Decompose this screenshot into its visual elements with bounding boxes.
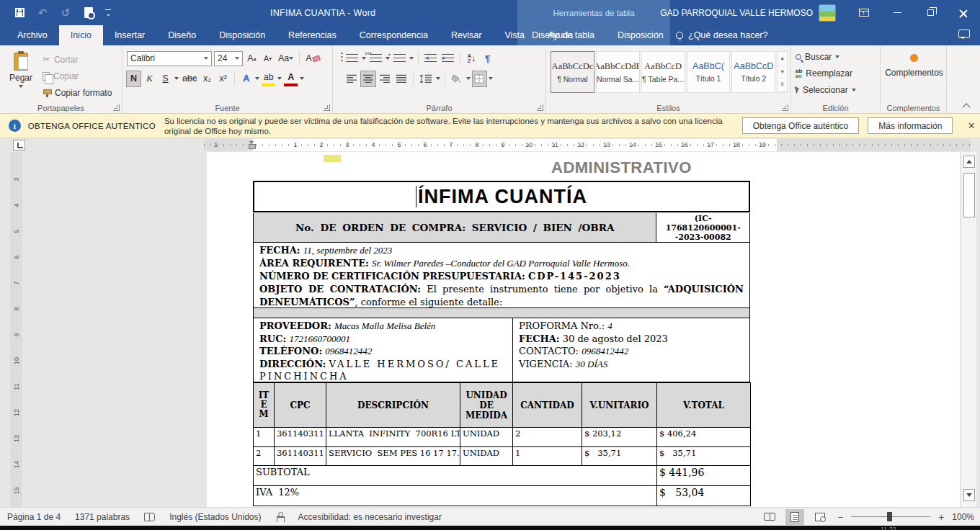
undo-icon[interactable] [36,6,49,19]
tab-inicio[interactable]: Inicio [59,25,103,45]
borders-dropdown-icon[interactable] [489,77,493,80]
bullet-list-button[interactable] [344,51,360,66]
styles-gallery-more-icon[interactable]: ⊽ [778,78,787,92]
style-table-pa[interactable]: AaBbCcD ¶ Table Pa... [641,51,685,93]
get-genuine-office-button[interactable]: Obtenga Office auténtico [742,117,860,134]
zoom-out-icon[interactable]: − [836,511,845,523]
order-info-block[interactable]: FECHA: 11, septiembre del 2023 ÁREA REQU… [253,243,750,308]
font-color-dropdown-icon[interactable] [300,77,304,80]
subscript-button[interactable]: x₂ [200,71,214,86]
copy-button[interactable]: Copiar [40,68,114,84]
tab-selector-box[interactable] [13,140,25,151]
numbered-list-button[interactable] [368,51,383,66]
replace-button[interactable]: abac Reemplazar [796,66,877,81]
addins-icon[interactable] [910,54,918,62]
grow-font-button[interactable]: A [245,51,259,66]
text-effects-dropdown-icon[interactable] [255,77,259,80]
addins-button[interactable]: Complementos [885,68,943,78]
restore-button[interactable] [914,0,947,25]
minimize-button[interactable] [881,0,914,25]
tab-correspondencia[interactable]: Correspondencia [348,25,440,45]
paste-button[interactable]: Pegar [4,50,37,102]
select-button[interactable]: Seleccionar [796,82,877,97]
collapse-ribbon-icon[interactable] [963,102,970,109]
strikethrough-button[interactable]: abc [181,71,198,86]
format-painter-button[interactable]: Copiar formato [40,85,114,100]
web-layout-button[interactable] [811,509,829,525]
shrink-font-button[interactable]: A [261,51,275,66]
accessibility-status[interactable]: Accesibilidad: es necesario investigar [298,512,442,522]
customize-quick-access-icon[interactable]: ⌄ [105,9,111,17]
save-icon[interactable] [13,6,26,19]
font-name-combo[interactable]: Calibri [127,51,212,66]
proofing-icon[interactable] [144,513,155,521]
highlight-dropdown-icon[interactable] [277,77,282,80]
scroll-up-icon[interactable] [963,156,975,168]
zoom-in-icon[interactable]: + [937,511,945,523]
ribbon-display-options-button[interactable] [847,0,881,25]
horizontal-ruler[interactable]: 1 12345678910111213141516171819 [204,139,971,151]
align-center-button[interactable] [361,71,375,86]
shading-button[interactable] [450,71,464,86]
print-layout-button[interactable] [785,509,804,525]
bold-button[interactable]: N [127,71,141,86]
shading-dropdown-icon[interactable] [466,77,471,80]
line-spacing-dropdown-icon[interactable] [436,77,440,80]
zoom-slider-handle[interactable] [887,512,892,521]
redo-icon[interactable] [59,6,72,19]
justify-button[interactable] [394,71,409,86]
read-mode-button[interactable] [760,509,779,525]
tab-referencias[interactable]: Referencias [277,25,348,45]
account-avatar[interactable] [819,4,836,22]
align-left-button[interactable] [344,71,359,86]
paste-dropdown-icon[interactable] [19,85,23,88]
sort-button[interactable]: AZ↓ [465,51,478,66]
cut-button[interactable]: Cortar [40,52,114,67]
tab-revisar[interactable]: Revisar [440,25,493,45]
increase-indent-button[interactable] [440,51,455,66]
style-titulo-1[interactable]: AaBbC( Título 1 [687,51,731,93]
account-area[interactable]: GAD PARROQUIAL VALLE HERMOSO [660,0,836,25]
styles-scroll-down-icon[interactable]: ▼ [778,66,787,79]
scrollbar-thumb[interactable] [963,173,975,217]
tab-disposicion-tabla[interactable]: Disposición [606,25,675,45]
bullet-list-dropdown-icon[interactable] [362,57,366,60]
multilevel-list-dropdown-icon[interactable] [409,57,414,60]
style-normal[interactable]: AaBbCcDc ¶ Normal [551,51,594,93]
tell-me-box[interactable]: ¿Qué desea hacer? [676,25,768,45]
feedback-comment-icon[interactable] [958,30,970,38]
vertical-ruler[interactable]: 3456789101112131415 [10,152,22,507]
clear-formatting-button[interactable]: A [304,51,321,66]
tab-disposicion[interactable]: Disposición [208,25,277,45]
style-normal-sa[interactable]: AaBbCcDdE Normal Sa... [596,51,640,93]
more-info-button[interactable]: Más información [868,117,953,134]
zoom-slider[interactable] [851,516,930,517]
styles-scroll-up-icon[interactable]: ▲ [778,52,787,66]
align-right-button[interactable] [378,71,392,86]
superscript-button[interactable]: x² [216,71,230,86]
scroll-down-icon[interactable] [963,489,975,501]
page-indicator[interactable]: Página 1 de 4 [7,512,61,522]
items-table[interactable]: ITEM CPC DESCRIPCIÓN UNIDAD DE MEDIDA CA… [253,382,751,506]
vertical-scrollbar[interactable] [961,152,976,507]
tab-diseno-de-tabla[interactable]: Diseño de tabla [520,25,606,45]
borders-button[interactable] [473,71,486,86]
close-button[interactable] [947,0,980,25]
order-number-row[interactable]: No. DE ORDEN DE COMPRA: SERVICIO / BIEN … [253,213,750,243]
change-case-button[interactable]: Aa [277,51,295,66]
line-spacing-button[interactable] [418,71,434,86]
italic-button[interactable]: K [143,71,156,86]
find-button[interactable]: Buscar [796,49,877,64]
tab-insertar[interactable]: Insertar [103,25,156,45]
highlight-color-button[interactable]: ab [262,71,275,86]
styles-dialog-launcher[interactable] [782,104,788,111]
clipboard-dialog-launcher[interactable] [113,104,120,111]
font-dialog-launcher[interactable] [324,104,330,111]
supplier-section[interactable]: PROVEEDOR: Macas Malla Melisa Belén RUC:… [253,318,750,382]
font-color-button[interactable]: A [284,71,298,86]
paragraph-dialog-launcher[interactable] [537,104,543,111]
style-titulo-2[interactable]: AaBbCcD Título 2 [731,51,775,93]
underline-button[interactable]: S [159,71,172,86]
underline-dropdown-icon[interactable] [174,77,179,80]
tab-archivo[interactable]: Archivo [6,25,59,45]
